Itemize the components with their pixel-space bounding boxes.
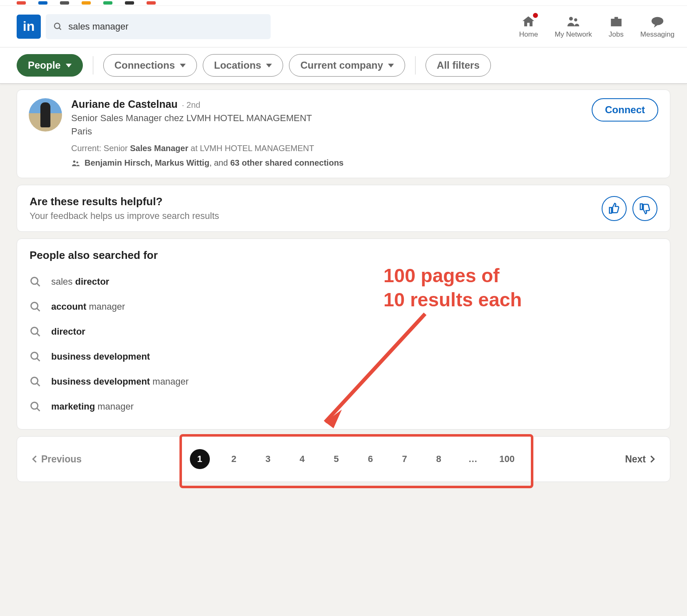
- pagination-page[interactable]: 2: [224, 449, 244, 469]
- messaging-icon: [650, 15, 665, 29]
- nav-messaging-label: Messaging: [640, 30, 675, 39]
- search-result-card: Auriane de Castelnau · 2nd Senior Sales …: [17, 89, 670, 178]
- filter-locations[interactable]: Locations: [203, 54, 283, 77]
- svg-point-13: [31, 353, 38, 359]
- search-icon: [30, 351, 41, 363]
- top-navigation-bar: in Home My Network Jobs: [0, 6, 687, 47]
- browser-tab-strip: [0, 0, 687, 6]
- pagination-next[interactable]: Next: [625, 454, 656, 465]
- pagination-page[interactable]: 6: [361, 449, 381, 469]
- pagination-page[interactable]: 5: [326, 449, 346, 469]
- pagination: Previous 12345678…100 Next: [17, 436, 670, 482]
- pagination-pages: 12345678…100: [82, 449, 625, 469]
- pagination-page[interactable]: 8: [429, 449, 449, 469]
- search-icon: [30, 326, 41, 338]
- network-icon: [566, 15, 580, 29]
- primary-nav: Home My Network Jobs Messaging: [519, 15, 675, 39]
- connection-degree: · 2nd: [182, 100, 200, 110]
- search-input[interactable]: [68, 21, 263, 32]
- chevron-left-icon: [31, 455, 38, 463]
- nav-home-label: Home: [519, 30, 538, 39]
- svg-point-15: [31, 378, 38, 384]
- connect-button[interactable]: Connect: [592, 98, 658, 122]
- svg-line-12: [37, 333, 40, 336]
- svg-point-0: [55, 23, 60, 28]
- divider: [93, 56, 93, 75]
- feedback-card: Are these results helpful? Your feedback…: [17, 185, 670, 232]
- svg-line-19: [325, 314, 425, 422]
- thumbs-up-icon: [608, 202, 620, 215]
- svg-point-17: [31, 402, 38, 409]
- also-searched-card: People also searched for sales directora…: [17, 238, 670, 430]
- filter-bar: People Connections Locations Current com…: [0, 47, 687, 84]
- annotation-arrow: [309, 310, 442, 435]
- chevron-down-icon: [66, 64, 72, 67]
- svg-line-14: [37, 358, 40, 361]
- svg-line-10: [37, 308, 40, 311]
- feedback-subtitle: Your feedback helps us improve search re…: [30, 211, 596, 221]
- nav-network-label: My Network: [555, 30, 592, 39]
- svg-point-2: [569, 17, 573, 20]
- filter-people-label: People: [28, 60, 61, 71]
- home-icon: [521, 15, 535, 29]
- feedback-title: Are these results helpful?: [30, 195, 596, 208]
- annotation-text: 100 pages of 10 results each: [383, 264, 522, 312]
- result-headline: Senior Sales Manager chez LVMH HOTEL MAN…: [71, 113, 582, 124]
- avatar[interactable]: [29, 98, 62, 132]
- svg-point-7: [31, 278, 38, 284]
- svg-point-9: [31, 303, 38, 309]
- pagination-page[interactable]: 4: [292, 449, 312, 469]
- filter-connections-label: Connections: [114, 60, 175, 71]
- chevron-right-icon: [649, 455, 656, 463]
- notification-badge: [532, 12, 539, 19]
- nav-jobs[interactable]: Jobs: [609, 15, 624, 39]
- svg-point-3: [574, 18, 577, 21]
- pagination-next-label: Next: [625, 454, 646, 465]
- pagination-page[interactable]: 100: [497, 449, 517, 469]
- thumbs-up-button[interactable]: [602, 196, 627, 221]
- nav-home[interactable]: Home: [519, 15, 538, 39]
- linkedin-logo[interactable]: in: [17, 15, 41, 39]
- svg-line-18: [37, 408, 40, 411]
- pagination-page[interactable]: 3: [258, 449, 278, 469]
- svg-line-16: [37, 383, 40, 386]
- thumbs-down-icon: [639, 202, 651, 215]
- result-name-link[interactable]: Auriane de Castelnau: [71, 98, 178, 110]
- filter-connections[interactable]: Connections: [103, 54, 197, 77]
- filter-current-company[interactable]: Current company: [289, 54, 405, 77]
- thumbs-down-button[interactable]: [632, 196, 657, 221]
- briefcase-icon: [609, 15, 623, 29]
- pagination-previous[interactable]: Previous: [31, 454, 82, 465]
- chevron-down-icon: [180, 64, 186, 67]
- nav-jobs-label: Jobs: [609, 30, 624, 39]
- pagination-ellipsis: …: [463, 449, 483, 469]
- result-current-role: Current: Senior Sales Manager at LVMH HO…: [71, 144, 582, 153]
- filter-all-label: All filters: [437, 60, 480, 71]
- filter-company-label: Current company: [300, 60, 383, 71]
- result-location: Paris: [71, 126, 582, 137]
- also-searched-item[interactable]: sales director: [30, 269, 657, 294]
- divider: [415, 56, 416, 75]
- search-icon: [30, 401, 41, 412]
- search-icon: [53, 22, 62, 32]
- people-icon: [71, 159, 80, 168]
- pagination-previous-label: Previous: [41, 454, 82, 465]
- svg-point-5: [73, 160, 76, 163]
- svg-point-4: [652, 17, 663, 25]
- nav-messaging[interactable]: Messaging: [640, 15, 675, 39]
- filter-all[interactable]: All filters: [426, 54, 491, 77]
- main-content: Auriane de Castelnau · 2nd Senior Sales …: [0, 84, 687, 488]
- chevron-down-icon: [266, 64, 272, 67]
- filter-people[interactable]: People: [17, 54, 83, 77]
- svg-line-8: [37, 283, 40, 286]
- filter-locations-label: Locations: [214, 60, 261, 71]
- chevron-down-icon: [388, 64, 394, 67]
- search-box[interactable]: [46, 14, 271, 39]
- svg-point-6: [76, 161, 78, 163]
- pagination-page[interactable]: 7: [395, 449, 415, 469]
- svg-point-11: [31, 328, 38, 334]
- svg-line-1: [59, 27, 61, 30]
- nav-network[interactable]: My Network: [555, 15, 592, 39]
- pagination-page[interactable]: 1: [190, 449, 210, 469]
- shared-connections[interactable]: Benjamin Hirsch, Markus Wittig, and 63 o…: [71, 158, 582, 168]
